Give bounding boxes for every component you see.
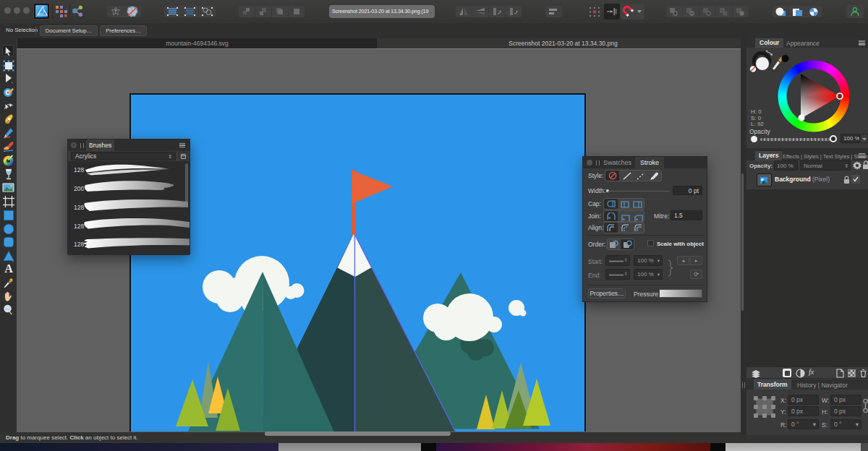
svg-text:128: 128 <box>74 166 84 173</box>
svg-text:128: 128 <box>74 241 84 248</box>
svg-text:200: 200 <box>74 185 84 192</box>
svg-text:128: 128 <box>74 204 84 211</box>
svg-text:128: 128 <box>74 223 84 230</box>
